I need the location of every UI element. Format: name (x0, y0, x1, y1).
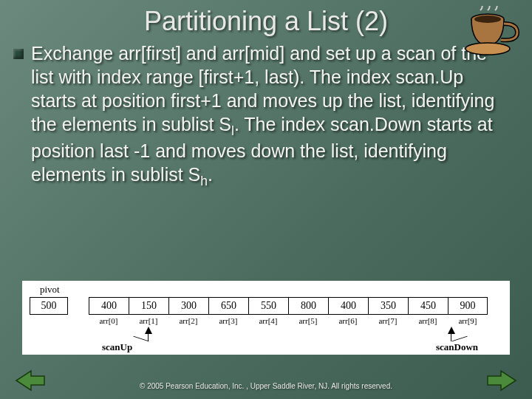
next-slide-button[interactable] (486, 369, 517, 392)
prev-slide-button[interactable] (15, 369, 46, 392)
bullet-icon (13, 49, 24, 59)
arr-cell: 900 (448, 297, 488, 315)
scanup-label: scanUp (102, 341, 132, 353)
pivot-label: pivot (40, 284, 60, 296)
arr-label: arr[2] (168, 316, 208, 325)
svg-marker-4 (488, 371, 516, 390)
body-sub2: h (200, 174, 208, 188)
svg-marker-3 (16, 371, 44, 390)
arr-cell: 550 (248, 297, 288, 315)
arr-cell: 800 (288, 297, 328, 315)
array-index-labels: arr[0] arr[1] arr[2] arr[3] arr[4] arr[5… (89, 316, 488, 325)
arr-label: arr[5] (288, 316, 328, 325)
svg-point-2 (466, 43, 510, 55)
arr-cell: 350 (368, 297, 408, 315)
scanup-arrow-icon (145, 327, 152, 334)
arr-label: arr[1] (129, 316, 168, 325)
body-p3: . (208, 164, 213, 185)
arr-label: arr[8] (408, 316, 448, 325)
arr-cell: 150 (129, 297, 168, 315)
arr-cell: 400 (328, 297, 368, 315)
arr-cell: 650 (208, 297, 248, 315)
arr-label: arr[9] (448, 316, 488, 325)
arr-cell: 450 (408, 297, 448, 315)
pivot-value: 500 (30, 297, 68, 315)
scandown-arrow-icon (448, 327, 455, 334)
array-cells: 400 150 300 650 550 800 400 350 450 900 (89, 297, 488, 315)
slide-title: Partitioning a List (2) (0, 0, 532, 37)
arr-cell: 400 (89, 297, 129, 315)
arr-label: arr[6] (328, 316, 368, 325)
coffee-cup-icon (464, 6, 523, 58)
slide: Partitioning a List (2) Exchange arr[fir… (0, 0, 532, 399)
body-text: Exchange arr[first] and arr[mid] and set… (31, 41, 511, 190)
arr-cell: 300 (168, 297, 208, 315)
bullet-row: Exchange arr[first] and arr[mid] and set… (0, 37, 532, 190)
arr-label: arr[3] (208, 316, 248, 325)
arr-label: arr[7] (368, 316, 408, 325)
copyright-footer: © 2005 Pearson Education, Inc. , Upper S… (0, 382, 532, 390)
scanup-arrow-tail (133, 336, 149, 342)
arr-label: arr[4] (248, 316, 288, 325)
array-diagram: pivot 500 400 150 300 650 550 800 400 35… (22, 281, 510, 355)
scandown-label: scanDown (436, 341, 478, 353)
svg-point-1 (474, 16, 501, 23)
arr-label: arr[0] (89, 316, 129, 325)
